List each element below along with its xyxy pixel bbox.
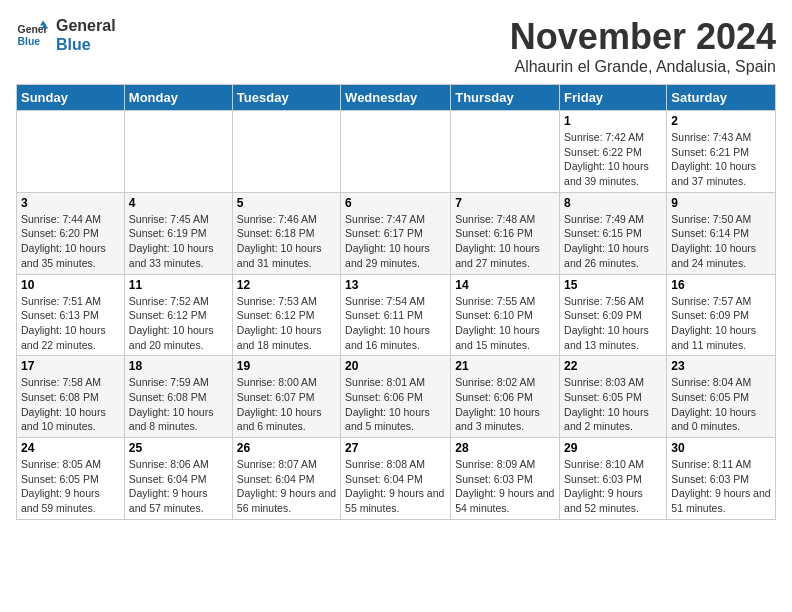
cell-info: Sunset: 6:22 PM bbox=[564, 145, 662, 160]
cell-info: Sunset: 6:04 PM bbox=[345, 472, 446, 487]
cell-info: Sunrise: 8:05 AM bbox=[21, 457, 120, 472]
calendar-cell bbox=[232, 111, 340, 193]
calendar-cell: 15Sunrise: 7:56 AMSunset: 6:09 PMDayligh… bbox=[560, 274, 667, 356]
day-number: 11 bbox=[129, 278, 228, 292]
cell-info: Sunrise: 8:09 AM bbox=[455, 457, 555, 472]
cell-info: Sunrise: 7:44 AM bbox=[21, 212, 120, 227]
cell-info: Daylight: 10 hours and 35 minutes. bbox=[21, 241, 120, 270]
cell-info: Daylight: 10 hours and 37 minutes. bbox=[671, 159, 771, 188]
day-number: 23 bbox=[671, 359, 771, 373]
cell-info: Sunrise: 7:48 AM bbox=[455, 212, 555, 227]
cell-info: Sunrise: 7:56 AM bbox=[564, 294, 662, 309]
day-number: 7 bbox=[455, 196, 555, 210]
day-number: 19 bbox=[237, 359, 336, 373]
title-area: November 2024 Alhaurin el Grande, Andalu… bbox=[510, 16, 776, 76]
day-number: 22 bbox=[564, 359, 662, 373]
cell-info: Daylight: 10 hours and 24 minutes. bbox=[671, 241, 771, 270]
day-number: 30 bbox=[671, 441, 771, 455]
calendar-cell bbox=[451, 111, 560, 193]
day-number: 4 bbox=[129, 196, 228, 210]
cell-info: Sunset: 6:04 PM bbox=[129, 472, 228, 487]
cell-info: Daylight: 9 hours and 57 minutes. bbox=[129, 486, 228, 515]
cell-info: Sunset: 6:06 PM bbox=[455, 390, 555, 405]
cell-info: Sunrise: 7:55 AM bbox=[455, 294, 555, 309]
cell-info: Daylight: 9 hours and 51 minutes. bbox=[671, 486, 771, 515]
cell-info: Sunset: 6:21 PM bbox=[671, 145, 771, 160]
cell-info: Sunset: 6:03 PM bbox=[455, 472, 555, 487]
cell-info: Daylight: 10 hours and 2 minutes. bbox=[564, 405, 662, 434]
cell-info: Daylight: 10 hours and 22 minutes. bbox=[21, 323, 120, 352]
cell-info: Sunset: 6:12 PM bbox=[237, 308, 336, 323]
cell-info: Daylight: 9 hours and 54 minutes. bbox=[455, 486, 555, 515]
cell-info: Sunrise: 8:04 AM bbox=[671, 375, 771, 390]
cell-info: Sunset: 6:12 PM bbox=[129, 308, 228, 323]
cell-info: Sunset: 6:05 PM bbox=[671, 390, 771, 405]
col-header-sunday: Sunday bbox=[17, 85, 125, 111]
cell-info: Daylight: 9 hours and 59 minutes. bbox=[21, 486, 120, 515]
cell-info: Sunrise: 7:59 AM bbox=[129, 375, 228, 390]
calendar-cell: 13Sunrise: 7:54 AMSunset: 6:11 PMDayligh… bbox=[341, 274, 451, 356]
col-header-thursday: Thursday bbox=[451, 85, 560, 111]
cell-info: Sunset: 6:11 PM bbox=[345, 308, 446, 323]
location-subtitle: Alhaurin el Grande, Andalusia, Spain bbox=[510, 58, 776, 76]
logo-icon: General Blue bbox=[16, 19, 48, 51]
logo: General Blue General Blue bbox=[16, 16, 116, 54]
day-number: 20 bbox=[345, 359, 446, 373]
calendar-cell: 10Sunrise: 7:51 AMSunset: 6:13 PMDayligh… bbox=[17, 274, 125, 356]
col-header-wednesday: Wednesday bbox=[341, 85, 451, 111]
day-number: 29 bbox=[564, 441, 662, 455]
day-number: 21 bbox=[455, 359, 555, 373]
calendar-cell: 24Sunrise: 8:05 AMSunset: 6:05 PMDayligh… bbox=[17, 438, 125, 520]
cell-info: Daylight: 10 hours and 31 minutes. bbox=[237, 241, 336, 270]
col-header-friday: Friday bbox=[560, 85, 667, 111]
cell-info: Sunset: 6:18 PM bbox=[237, 226, 336, 241]
day-number: 24 bbox=[21, 441, 120, 455]
day-number: 8 bbox=[564, 196, 662, 210]
day-number: 12 bbox=[237, 278, 336, 292]
cell-info: Sunrise: 7:54 AM bbox=[345, 294, 446, 309]
cell-info: Daylight: 10 hours and 39 minutes. bbox=[564, 159, 662, 188]
week-row-3: 10Sunrise: 7:51 AMSunset: 6:13 PMDayligh… bbox=[17, 274, 776, 356]
cell-info: Daylight: 9 hours and 55 minutes. bbox=[345, 486, 446, 515]
day-number: 2 bbox=[671, 114, 771, 128]
cell-info: Daylight: 10 hours and 15 minutes. bbox=[455, 323, 555, 352]
calendar-cell: 30Sunrise: 8:11 AMSunset: 6:03 PMDayligh… bbox=[667, 438, 776, 520]
cell-info: Daylight: 10 hours and 11 minutes. bbox=[671, 323, 771, 352]
calendar-cell: 26Sunrise: 8:07 AMSunset: 6:04 PMDayligh… bbox=[232, 438, 340, 520]
cell-info: Sunrise: 8:10 AM bbox=[564, 457, 662, 472]
calendar-cell: 12Sunrise: 7:53 AMSunset: 6:12 PMDayligh… bbox=[232, 274, 340, 356]
header-row: SundayMondayTuesdayWednesdayThursdayFrid… bbox=[17, 85, 776, 111]
cell-info: Sunrise: 8:03 AM bbox=[564, 375, 662, 390]
calendar-cell: 11Sunrise: 7:52 AMSunset: 6:12 PMDayligh… bbox=[124, 274, 232, 356]
cell-info: Daylight: 10 hours and 3 minutes. bbox=[455, 405, 555, 434]
cell-info: Daylight: 10 hours and 16 minutes. bbox=[345, 323, 446, 352]
cell-info: Sunset: 6:17 PM bbox=[345, 226, 446, 241]
day-number: 14 bbox=[455, 278, 555, 292]
cell-info: Daylight: 10 hours and 27 minutes. bbox=[455, 241, 555, 270]
cell-info: Sunset: 6:09 PM bbox=[671, 308, 771, 323]
cell-info: Sunrise: 7:42 AM bbox=[564, 130, 662, 145]
cell-info: Sunrise: 8:00 AM bbox=[237, 375, 336, 390]
cell-info: Sunrise: 7:47 AM bbox=[345, 212, 446, 227]
week-row-1: 1Sunrise: 7:42 AMSunset: 6:22 PMDaylight… bbox=[17, 111, 776, 193]
day-number: 26 bbox=[237, 441, 336, 455]
day-number: 3 bbox=[21, 196, 120, 210]
calendar-cell: 7Sunrise: 7:48 AMSunset: 6:16 PMDaylight… bbox=[451, 192, 560, 274]
cell-info: Daylight: 10 hours and 10 minutes. bbox=[21, 405, 120, 434]
cell-info: Sunrise: 7:58 AM bbox=[21, 375, 120, 390]
cell-info: Sunset: 6:16 PM bbox=[455, 226, 555, 241]
day-number: 25 bbox=[129, 441, 228, 455]
calendar-cell: 8Sunrise: 7:49 AMSunset: 6:15 PMDaylight… bbox=[560, 192, 667, 274]
calendar-table: SundayMondayTuesdayWednesdayThursdayFrid… bbox=[16, 84, 776, 520]
cell-info: Sunset: 6:15 PM bbox=[564, 226, 662, 241]
day-number: 18 bbox=[129, 359, 228, 373]
calendar-cell: 5Sunrise: 7:46 AMSunset: 6:18 PMDaylight… bbox=[232, 192, 340, 274]
cell-info: Sunset: 6:07 PM bbox=[237, 390, 336, 405]
cell-info: Sunrise: 7:45 AM bbox=[129, 212, 228, 227]
calendar-cell: 20Sunrise: 8:01 AMSunset: 6:06 PMDayligh… bbox=[341, 356, 451, 438]
cell-info: Sunrise: 8:11 AM bbox=[671, 457, 771, 472]
cell-info: Sunrise: 7:46 AM bbox=[237, 212, 336, 227]
col-header-tuesday: Tuesday bbox=[232, 85, 340, 111]
cell-info: Sunset: 6:20 PM bbox=[21, 226, 120, 241]
calendar-cell: 22Sunrise: 8:03 AMSunset: 6:05 PMDayligh… bbox=[560, 356, 667, 438]
